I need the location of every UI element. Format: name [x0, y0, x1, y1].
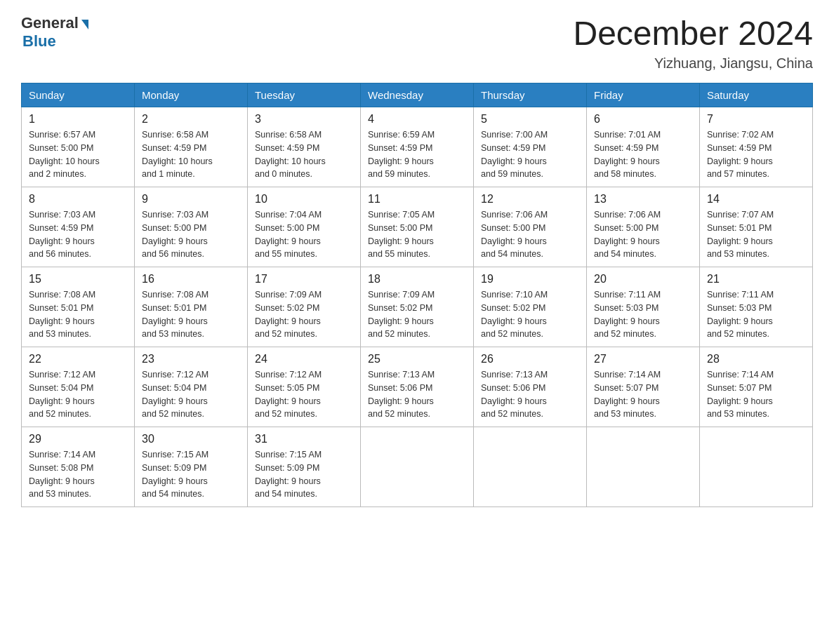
day-number: 12: [481, 193, 579, 206]
calendar-cell: 11Sunrise: 7:05 AMSunset: 5:00 PMDayligh…: [361, 187, 474, 267]
logo-blue-text: Blue: [22, 32, 56, 51]
day-number: 4: [368, 113, 466, 126]
day-info: Sunrise: 7:08 AMSunset: 5:01 PMDaylight:…: [29, 288, 127, 341]
day-info: Sunrise: 7:15 AMSunset: 5:09 PMDaylight:…: [255, 448, 353, 501]
calendar-cell: 21Sunrise: 7:11 AMSunset: 5:03 PMDayligh…: [700, 267, 813, 347]
week-row-3: 15Sunrise: 7:08 AMSunset: 5:01 PMDayligh…: [22, 267, 813, 347]
logo-general-text: General: [21, 14, 79, 32]
calendar-cell: 24Sunrise: 7:12 AMSunset: 5:05 PMDayligh…: [248, 347, 361, 427]
day-info: Sunrise: 7:11 AMSunset: 5:03 PMDaylight:…: [594, 288, 692, 341]
day-info: Sunrise: 7:03 AMSunset: 4:59 PMDaylight:…: [29, 208, 127, 261]
day-info: Sunrise: 7:14 AMSunset: 5:08 PMDaylight:…: [29, 448, 127, 501]
day-info: Sunrise: 7:04 AMSunset: 5:00 PMDaylight:…: [255, 208, 353, 261]
day-number: 26: [481, 353, 579, 365]
calendar-cell: 8Sunrise: 7:03 AMSunset: 4:59 PMDaylight…: [22, 187, 135, 267]
day-info: Sunrise: 7:14 AMSunset: 5:07 PMDaylight:…: [594, 368, 692, 421]
day-info: Sunrise: 7:09 AMSunset: 5:02 PMDaylight:…: [255, 288, 353, 341]
day-info: Sunrise: 7:01 AMSunset: 4:59 PMDaylight:…: [594, 128, 692, 181]
day-number: 10: [255, 193, 353, 206]
day-number: 25: [368, 353, 466, 365]
calendar-cell: 22Sunrise: 7:12 AMSunset: 5:04 PMDayligh…: [22, 347, 135, 427]
day-number: 30: [142, 433, 240, 445]
day-number: 20: [594, 273, 692, 286]
day-info: Sunrise: 7:12 AMSunset: 5:04 PMDaylight:…: [29, 368, 127, 421]
calendar-table: SundayMondayTuesdayWednesdayThursdayFrid…: [21, 83, 813, 507]
calendar-cell: 3Sunrise: 6:58 AMSunset: 4:59 PMDaylight…: [248, 107, 361, 187]
day-info: Sunrise: 7:12 AMSunset: 5:04 PMDaylight:…: [142, 368, 240, 421]
calendar-cell: 26Sunrise: 7:13 AMSunset: 5:06 PMDayligh…: [474, 347, 587, 427]
week-row-5: 29Sunrise: 7:14 AMSunset: 5:08 PMDayligh…: [22, 427, 813, 507]
calendar-cell: 12Sunrise: 7:06 AMSunset: 5:00 PMDayligh…: [474, 187, 587, 267]
day-number: 21: [707, 273, 805, 286]
calendar-cell: 1Sunrise: 6:57 AMSunset: 5:00 PMDaylight…: [22, 107, 135, 187]
calendar-cell: 20Sunrise: 7:11 AMSunset: 5:03 PMDayligh…: [587, 267, 700, 347]
day-info: Sunrise: 7:06 AMSunset: 5:00 PMDaylight:…: [481, 208, 579, 261]
day-info: Sunrise: 7:15 AMSunset: 5:09 PMDaylight:…: [142, 448, 240, 501]
calendar-cell: 18Sunrise: 7:09 AMSunset: 5:02 PMDayligh…: [361, 267, 474, 347]
calendar-cell: 15Sunrise: 7:08 AMSunset: 5:01 PMDayligh…: [22, 267, 135, 347]
week-row-4: 22Sunrise: 7:12 AMSunset: 5:04 PMDayligh…: [22, 347, 813, 427]
calendar-cell: [700, 427, 813, 507]
calendar-cell: 4Sunrise: 6:59 AMSunset: 4:59 PMDaylight…: [361, 107, 474, 187]
day-info: Sunrise: 7:14 AMSunset: 5:07 PMDaylight:…: [707, 368, 805, 421]
calendar-cell: 6Sunrise: 7:01 AMSunset: 4:59 PMDaylight…: [587, 107, 700, 187]
calendar-cell: 17Sunrise: 7:09 AMSunset: 5:02 PMDayligh…: [248, 267, 361, 347]
header-sunday: Sunday: [22, 83, 135, 107]
header-thursday: Thursday: [474, 83, 587, 107]
header-saturday: Saturday: [700, 83, 813, 107]
day-number: 7: [707, 113, 805, 126]
day-number: 27: [594, 353, 692, 365]
logo-arrow-icon: [81, 20, 88, 29]
calendar-cell: 5Sunrise: 7:00 AMSunset: 4:59 PMDaylight…: [474, 107, 587, 187]
day-info: Sunrise: 7:12 AMSunset: 5:05 PMDaylight:…: [255, 368, 353, 421]
day-number: 14: [707, 193, 805, 206]
day-info: Sunrise: 6:58 AMSunset: 4:59 PMDaylight:…: [255, 128, 353, 181]
calendar-cell: 30Sunrise: 7:15 AMSunset: 5:09 PMDayligh…: [135, 427, 248, 507]
day-number: 13: [594, 193, 692, 206]
day-info: Sunrise: 6:59 AMSunset: 4:59 PMDaylight:…: [368, 128, 466, 181]
calendar-cell: [361, 427, 474, 507]
day-number: 6: [594, 113, 692, 126]
calendar-cell: 7Sunrise: 7:02 AMSunset: 4:59 PMDaylight…: [700, 107, 813, 187]
day-number: 15: [29, 273, 127, 286]
day-info: Sunrise: 7:09 AMSunset: 5:02 PMDaylight:…: [368, 288, 466, 341]
day-info: Sunrise: 6:58 AMSunset: 4:59 PMDaylight:…: [142, 128, 240, 181]
page-header: General Blue December 2024 Yizhuang, Jia…: [21, 14, 813, 72]
day-number: 28: [707, 353, 805, 365]
day-number: 2: [142, 113, 240, 126]
day-number: 19: [481, 273, 579, 286]
day-info: Sunrise: 7:02 AMSunset: 4:59 PMDaylight:…: [707, 128, 805, 181]
calendar-cell: [474, 427, 587, 507]
title-section: December 2024 Yizhuang, Jiangsu, China: [573, 14, 813, 72]
calendar-cell: 28Sunrise: 7:14 AMSunset: 5:07 PMDayligh…: [700, 347, 813, 427]
day-number: 16: [142, 273, 240, 286]
calendar-cell: 19Sunrise: 7:10 AMSunset: 5:02 PMDayligh…: [474, 267, 587, 347]
day-info: Sunrise: 7:13 AMSunset: 5:06 PMDaylight:…: [368, 368, 466, 421]
day-info: Sunrise: 6:57 AMSunset: 5:00 PMDaylight:…: [29, 128, 127, 181]
day-info: Sunrise: 7:13 AMSunset: 5:06 PMDaylight:…: [481, 368, 579, 421]
calendar-cell: 9Sunrise: 7:03 AMSunset: 5:00 PMDaylight…: [135, 187, 248, 267]
calendar-cell: 27Sunrise: 7:14 AMSunset: 5:07 PMDayligh…: [587, 347, 700, 427]
day-info: Sunrise: 7:11 AMSunset: 5:03 PMDaylight:…: [707, 288, 805, 341]
day-number: 1: [29, 113, 127, 126]
header-monday: Monday: [135, 83, 248, 107]
header-wednesday: Wednesday: [361, 83, 474, 107]
calendar-cell: 25Sunrise: 7:13 AMSunset: 5:06 PMDayligh…: [361, 347, 474, 427]
calendar-cell: 14Sunrise: 7:07 AMSunset: 5:01 PMDayligh…: [700, 187, 813, 267]
day-info: Sunrise: 7:06 AMSunset: 5:00 PMDaylight:…: [594, 208, 692, 261]
day-info: Sunrise: 7:10 AMSunset: 5:02 PMDaylight:…: [481, 288, 579, 341]
day-number: 9: [142, 193, 240, 206]
calendar-cell: 31Sunrise: 7:15 AMSunset: 5:09 PMDayligh…: [248, 427, 361, 507]
day-number: 23: [142, 353, 240, 365]
logo: General Blue: [21, 14, 88, 51]
header-friday: Friday: [587, 83, 700, 107]
days-header-row: SundayMondayTuesdayWednesdayThursdayFrid…: [22, 83, 813, 107]
day-number: 3: [255, 113, 353, 126]
calendar-cell: [587, 427, 700, 507]
day-number: 17: [255, 273, 353, 286]
calendar-cell: 10Sunrise: 7:04 AMSunset: 5:00 PMDayligh…: [248, 187, 361, 267]
day-number: 11: [368, 193, 466, 206]
calendar-cell: 29Sunrise: 7:14 AMSunset: 5:08 PMDayligh…: [22, 427, 135, 507]
calendar-cell: 23Sunrise: 7:12 AMSunset: 5:04 PMDayligh…: [135, 347, 248, 427]
calendar-cell: 16Sunrise: 7:08 AMSunset: 5:01 PMDayligh…: [135, 267, 248, 347]
